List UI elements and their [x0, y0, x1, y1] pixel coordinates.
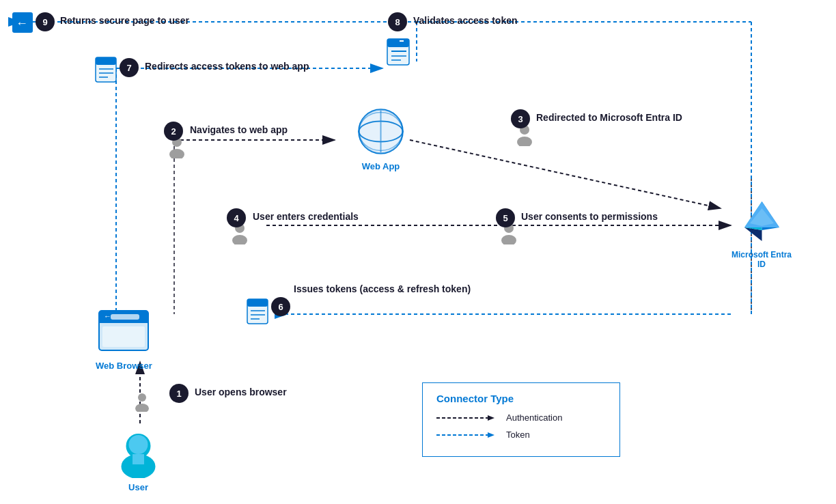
svg-rect-50	[111, 314, 139, 320]
entra-id-icon-container: Microsoft Entra ID	[727, 195, 796, 269]
step-5-badge: 5	[496, 208, 515, 227]
step-2-label: Navigates to web app	[190, 124, 288, 135]
svg-point-54	[359, 110, 403, 154]
legend-auth-item: Authentication	[436, 412, 606, 423]
svg-rect-39	[247, 299, 268, 307]
svg-point-43	[138, 393, 146, 402]
step-1-person-icon	[134, 393, 150, 415]
legend-box: Connector Type Authentication Token	[422, 382, 620, 457]
step-7-doc-icon	[94, 56, 120, 87]
legend-title: Connector Type	[436, 393, 606, 404]
web-browser-label: Web Browser	[96, 361, 152, 371]
step-5-label: User consents to permissions	[521, 211, 658, 222]
step-7-badge: 7	[120, 58, 139, 77]
step-8-badge: 8	[388, 12, 407, 31]
step-8-doc-icon	[386, 38, 413, 71]
step-6-badge: 6	[271, 297, 290, 316]
user-label: User	[128, 482, 148, 492]
step-2-badge: 2	[164, 122, 183, 141]
svg-marker-69	[488, 432, 494, 438]
legend-token-label: Token	[506, 430, 530, 440]
step-7-label: Redirects access tokens to web app	[145, 61, 309, 72]
step-9-label: Returns secure page to user	[60, 15, 189, 26]
svg-rect-65	[133, 454, 144, 464]
web-browser-icon-container: ← Web Browser	[96, 307, 152, 371]
web-app-label: Web App	[362, 161, 400, 171]
svg-rect-21	[387, 39, 409, 47]
step-9-arrow-icon: ←	[12, 12, 33, 36]
legend-auth-label: Authentication	[506, 412, 562, 423]
step-6-label: Issues tokens (access & refresh token)	[294, 283, 471, 294]
svg-point-44	[135, 404, 149, 412]
legend-token-item: Token	[436, 430, 606, 440]
svg-point-33	[517, 137, 532, 146]
svg-marker-67	[488, 415, 494, 421]
svg-rect-26	[96, 57, 116, 65]
entra-id-label: Microsoft Entra ID	[727, 250, 796, 269]
step-1-badge: 1	[169, 384, 189, 403]
svg-point-35	[232, 235, 247, 244]
user-icon-container: User	[116, 427, 161, 492]
svg-point-31	[169, 149, 184, 158]
step-1-label: User opens browser	[195, 387, 287, 397]
web-app-icon-container: Web App	[355, 106, 406, 171]
svg-line-6	[410, 140, 721, 208]
step-4-label: User enters credentials	[253, 211, 359, 222]
svg-rect-48	[102, 326, 145, 347]
svg-point-37	[501, 235, 516, 244]
step-9-badge: 9	[36, 12, 55, 31]
svg-text:←: ←	[16, 16, 28, 30]
step-3-badge: 3	[511, 109, 530, 128]
step-8-label: Validates access token	[413, 15, 518, 26]
diagram-container: 9 Returns secure page to user ← 8 Valida…	[0, 0, 836, 504]
step-6-doc-icon	[246, 298, 272, 329]
step-4-badge: 4	[227, 208, 246, 227]
svg-text:←: ←	[104, 312, 111, 320]
svg-point-64	[129, 435, 148, 454]
step-3-label: Redirected to Microsoft Entra ID	[536, 112, 682, 123]
